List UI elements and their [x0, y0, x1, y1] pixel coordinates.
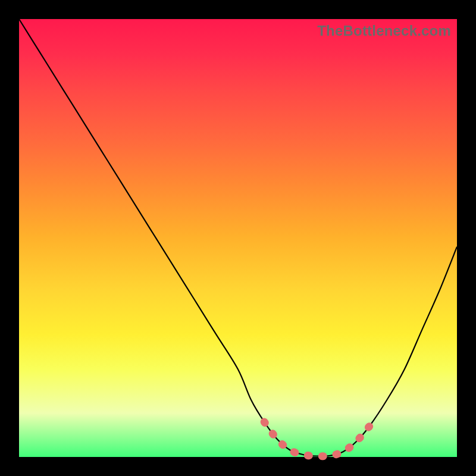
optimal-range-highlight [264, 422, 369, 456]
chart-frame: TheBottleneck.com [0, 0, 476, 476]
curve-path [19, 19, 457, 456]
bottleneck-curve [19, 19, 457, 457]
plot-area: TheBottleneck.com [19, 19, 457, 457]
